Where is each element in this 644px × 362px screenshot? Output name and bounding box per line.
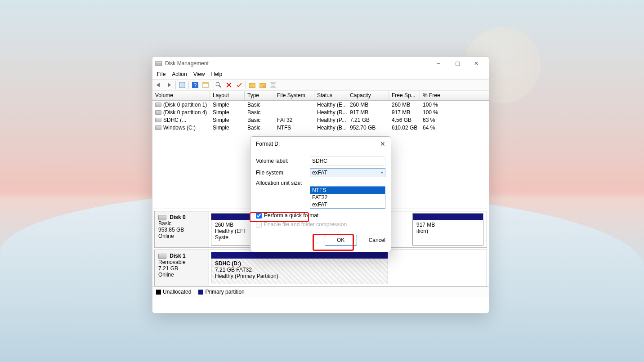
- help-icon[interactable]: ?: [191, 80, 200, 89]
- svg-text:?: ?: [194, 82, 197, 88]
- quick-format-checkbox[interactable]: [256, 213, 262, 219]
- partition[interactable]: SDHC (D:)7.21 GB FAT32Healthy (Primary P…: [211, 252, 388, 284]
- option-fat32[interactable]: FAT32: [310, 194, 385, 201]
- svg-rect-11: [259, 83, 266, 88]
- volume-table-header[interactable]: Volume Layout Type File System Status Ca…: [152, 91, 489, 101]
- chevron-down-icon: ▾: [381, 170, 383, 175]
- label-volume: Volume label:: [256, 158, 310, 164]
- menu-view[interactable]: View: [193, 71, 205, 77]
- svg-point-12: [263, 85, 265, 87]
- table-row[interactable]: (Disk 0 partition 4)SimpleBasicHealthy (…: [152, 108, 489, 116]
- svg-line-9: [219, 85, 221, 87]
- partition[interactable]: 917 MBition): [412, 213, 483, 246]
- compress-checkbox: [256, 222, 262, 228]
- col-layout[interactable]: Layout: [210, 91, 245, 100]
- window-title: Disk Management: [165, 60, 209, 67]
- col-freespace[interactable]: Free Sp...: [389, 91, 420, 100]
- col-type[interactable]: Type: [245, 91, 274, 100]
- cancel-button[interactable]: Cancel: [369, 237, 385, 243]
- option-exfat[interactable]: exFAT: [310, 201, 385, 208]
- quick-format-row[interactable]: Perform a quick format: [256, 212, 385, 219]
- minimize-button[interactable]: –: [435, 60, 442, 67]
- maximize-button[interactable]: ▢: [454, 60, 461, 67]
- svg-rect-7: [203, 82, 208, 84]
- svg-rect-1: [156, 64, 162, 66]
- delete-icon[interactable]: [224, 80, 233, 89]
- legend-primary: Primary partition: [205, 289, 244, 295]
- toolbar: ?: [152, 79, 489, 91]
- menu-bar: File Action View Help: [152, 70, 489, 79]
- filesystem-value: exFAT: [312, 170, 327, 176]
- col-pctfree[interactable]: % Free: [420, 91, 459, 100]
- table-row[interactable]: Windows (C:)SimpleBasicNTFSHealthy (B...…: [152, 124, 489, 131]
- col-capacity[interactable]: Capacity: [347, 91, 389, 100]
- table-row[interactable]: SDHC (...SimpleBasicFAT32Healthy (P...7.…: [152, 116, 489, 124]
- close-button[interactable]: ✕: [473, 60, 480, 67]
- dialog-title: Format D:: [256, 141, 280, 147]
- partition[interactable]: 260 MBHealthy (EFI Syste: [211, 213, 256, 246]
- ok-button[interactable]: OK: [325, 235, 357, 246]
- dialog-titlebar[interactable]: Format D: ✕: [250, 137, 391, 151]
- titlebar[interactable]: Disk Management – ▢ ✕: [152, 57, 489, 70]
- table-row[interactable]: (Disk 0 partition 1)SimpleBasicHealthy (…: [152, 101, 489, 108]
- refresh-icon[interactable]: [178, 80, 187, 89]
- filesystem-select[interactable]: exFAT ▾: [310, 168, 385, 177]
- col-status[interactable]: Status: [314, 91, 347, 100]
- list-icon[interactable]: [268, 80, 277, 89]
- disk-row[interactable]: Disk 1Removable7.21 GBOnlineSDHC (D:)7.2…: [154, 250, 487, 286]
- label-allocation: Allocation unit size:: [256, 180, 310, 186]
- svg-rect-10: [249, 83, 255, 88]
- col-filesystem[interactable]: File System: [274, 91, 314, 100]
- menu-help[interactable]: Help: [211, 71, 223, 77]
- legend: Unallocated Primary partition: [152, 286, 489, 297]
- legend-unallocated: Unallocated: [163, 289, 191, 295]
- compress-label: Enable file and folder compression: [264, 221, 347, 228]
- key-icon[interactable]: [258, 80, 267, 89]
- svg-point-8: [216, 82, 219, 86]
- app-icon: [155, 60, 162, 67]
- properties-icon[interactable]: [201, 80, 210, 89]
- menu-file[interactable]: File: [157, 71, 165, 77]
- compress-row: Enable file and folder compression: [256, 221, 385, 228]
- quick-format-label: Perform a quick format: [264, 212, 318, 219]
- folder-icon[interactable]: [248, 80, 257, 89]
- volume-label-input[interactable]: [310, 156, 385, 165]
- menu-action[interactable]: Action: [172, 71, 187, 77]
- option-ntfs[interactable]: NTFS: [310, 187, 385, 194]
- col-volume[interactable]: Volume: [152, 91, 210, 100]
- search-icon[interactable]: [214, 80, 223, 89]
- label-filesystem: File system:: [256, 170, 310, 176]
- format-dialog: Format D: ✕ Volume label: File system: e…: [250, 136, 391, 252]
- svg-rect-3: [180, 83, 184, 87]
- forward-icon[interactable]: [165, 80, 174, 89]
- filesystem-dropdown[interactable]: NTFS FAT32 exFAT: [310, 186, 385, 209]
- dialog-close-button[interactable]: ✕: [380, 140, 385, 147]
- check-icon[interactable]: [235, 80, 244, 89]
- back-icon[interactable]: [154, 80, 163, 89]
